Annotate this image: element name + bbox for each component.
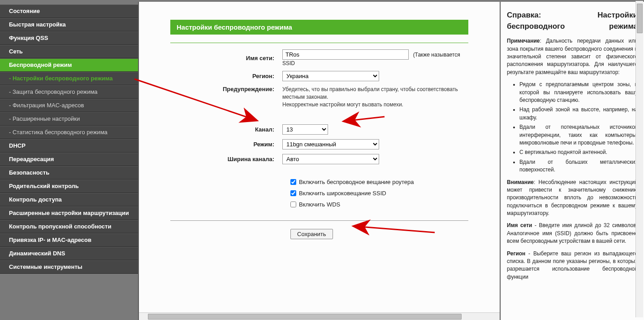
width-select[interactable]: Авто: [282, 154, 379, 164]
mode-label: Режим:: [170, 141, 282, 148]
sidebar-item-3[interactable]: Сеть: [0, 45, 138, 58]
sidebar-item-0[interactable]: Состояние: [0, 4, 138, 18]
divider: [170, 43, 468, 43]
sidebar-item-2[interactable]: Функция QSS: [0, 31, 138, 45]
save-button[interactable]: Сохранить: [290, 229, 333, 239]
main-panel: Настройки беспроводного режима Имя сети:…: [138, 2, 501, 320]
sidebar-item-11[interactable]: Переадресация: [0, 153, 138, 166]
horizontal-scrollbar[interactable]: [139, 312, 500, 320]
ssid-broadcast-checkbox[interactable]: [290, 190, 296, 196]
region-label: Регион:: [170, 73, 282, 79]
wds-label: Включить WDS: [299, 201, 340, 208]
help-region: Регион - Выберите ваш регион из выпадающ…: [507, 250, 638, 281]
help-note: Примечание: Дальность передачи данных ил…: [507, 37, 638, 76]
ssid-label: Имя сети:: [170, 55, 282, 61]
mode-select[interactable]: 11bgn смешанный: [282, 139, 379, 149]
vertical-scrollbar[interactable]: [635, 1, 643, 317]
help-bullet-3: С вертикально поднятой антенной.: [519, 149, 638, 156]
horizontal-scrollbar-thumb[interactable]: [148, 314, 462, 320]
sidebar-item-4[interactable]: Беспроводной режим: [0, 58, 138, 72]
help-bullet-0: Рядом с предполагаемым центром зоны, в к…: [519, 81, 638, 104]
warning-text: Убедитесь, что вы правильно выбрали стра…: [282, 86, 468, 108]
help-title: Справка: Настройки беспроводного режима: [507, 10, 638, 32]
sidebar-item-14[interactable]: Контроль доступа: [0, 193, 138, 206]
help-bullet-list: Рядом с предполагаемым центром зоны, в к…: [507, 81, 638, 174]
help-warning: Внимание: Несоблюдение настоящих инструк…: [507, 179, 638, 218]
sidebar: СостояниеБыстрая настройкаФункция QSSСет…: [0, 2, 138, 320]
ssid-input[interactable]: [282, 49, 409, 60]
sidebar-subitem-9[interactable]: - Статистика беспроводного режима: [0, 126, 138, 139]
ssid-broadcast-label: Включить широковещание SSID: [299, 190, 386, 197]
page-title: Настройки беспроводного режима: [170, 20, 468, 35]
wds-checkbox[interactable]: [290, 202, 296, 207]
broadcast-checkbox[interactable]: [290, 179, 296, 185]
help-ssid: Имя сети - Введите имя длиной до 32 симв…: [507, 222, 638, 245]
help-bullet-4: Вдали от больших металлических поверхнос…: [519, 158, 638, 174]
broadcast-label: Включить беспроводное вещание роутера: [299, 179, 414, 185]
sidebar-item-18[interactable]: Динамический DNS: [0, 247, 138, 260]
sidebar-item-10[interactable]: DHCP: [0, 139, 138, 153]
help-bullet-1: Над рабочей зоной на высоте, например, н…: [519, 106, 638, 122]
help-panel: Справка: Настройки беспроводного режима …: [501, 2, 644, 320]
sidebar-item-16[interactable]: Контроль пропускной способности: [0, 220, 138, 233]
vertical-scrollbar-thumb[interactable]: [637, 4, 643, 33]
warning-label: Предупреждение:: [170, 86, 282, 92]
sidebar-item-15[interactable]: Расширенные настройки маршрутизации: [0, 206, 138, 220]
sidebar-subitem-7[interactable]: - Фильтрация MAC-адресов: [0, 99, 138, 112]
help-bullet-2: Вдали от потенциальных источников интерф…: [519, 123, 638, 147]
sidebar-item-17[interactable]: Привязка IP- и MAC-адресов: [0, 233, 138, 247]
sidebar-item-12[interactable]: Безопасность: [0, 166, 138, 180]
sidebar-subitem-6[interactable]: - Защита беспроводного режима: [0, 85, 138, 99]
channel-select[interactable]: 13: [282, 124, 328, 135]
sidebar-subitem-8[interactable]: - Расширенные настройки: [0, 112, 138, 126]
sidebar-item-19[interactable]: Системные инструменты: [0, 260, 138, 274]
sidebar-item-1[interactable]: Быстрая настройка: [0, 18, 138, 31]
divider: [170, 220, 468, 221]
channel-label: Канал:: [170, 126, 282, 133]
width-label: Ширина канала:: [170, 156, 282, 162]
sidebar-subitem-5[interactable]: - Настройки беспроводного режима: [0, 72, 138, 85]
sidebar-item-13[interactable]: Родительский контроль: [0, 180, 138, 193]
region-select[interactable]: Украина: [282, 71, 379, 81]
